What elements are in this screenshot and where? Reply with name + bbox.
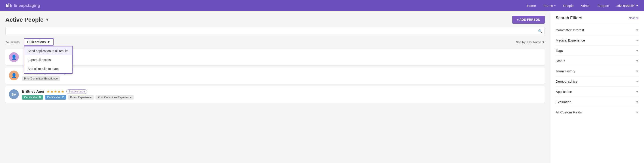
person-info: ★ ★ ★ ★ ★ 5 active teams Prior Committee… bbox=[22, 71, 541, 81]
tag-cert-b: Certification B bbox=[22, 95, 43, 100]
clear-all-link[interactable]: clear all bbox=[628, 16, 639, 20]
person-info: Brittney Auer ★ ★ ★ ★ ★ 1 active team Ce… bbox=[22, 89, 541, 100]
logo-icon bbox=[5, 2, 12, 9]
star-rating: ★ ★ ★ ★ ★ bbox=[47, 90, 64, 94]
filter-chevron-icon: ▼ bbox=[636, 28, 639, 32]
person-name-row: ★ ★ ★ ★ ★ 5 active teams bbox=[22, 71, 541, 75]
avatar-initial: BA bbox=[12, 92, 16, 96]
person-name: Brittney Auer bbox=[22, 90, 44, 94]
filter-chevron-icon: ▼ bbox=[636, 100, 639, 104]
results-count: 245 results bbox=[5, 40, 20, 44]
left-panel: Active People ▼ + ADD PERSON 🔍 245 resul… bbox=[0, 11, 550, 163]
nav-home[interactable]: Home bbox=[527, 4, 536, 7]
search-button[interactable]: 🔍 bbox=[538, 29, 542, 33]
filter-medical-experience[interactable]: Medical Experience ▼ bbox=[556, 35, 639, 45]
nav-people[interactable]: People bbox=[563, 4, 574, 7]
search-input[interactable] bbox=[5, 27, 545, 35]
bulk-actions-chevron-icon: ▼ bbox=[47, 40, 50, 44]
star-5: ★ bbox=[61, 90, 64, 94]
add-person-button[interactable]: + ADD PERSON bbox=[512, 16, 545, 24]
table-row: 👤 2 active teams bbox=[5, 49, 545, 65]
filter-all-custom-fields[interactable]: All Custom Fields ▼ bbox=[556, 107, 639, 117]
main-layout: Active People ▼ + ADD PERSON 🔍 245 resul… bbox=[0, 11, 644, 163]
table-row: BA Brittney Auer ★ ★ ★ ★ ★ 1 active team… bbox=[5, 86, 545, 103]
bulk-dropdown-item-export[interactable]: Export all results bbox=[24, 55, 72, 64]
sort-chevron-icon: ▼ bbox=[542, 40, 545, 44]
toolbar-left: 245 results Bulk actions ▼ Send applicat… bbox=[5, 38, 54, 45]
star-3: ★ bbox=[54, 90, 57, 94]
search-bar-wrapper: 🔍 bbox=[5, 27, 545, 35]
filter-status[interactable]: Status ▼ bbox=[556, 56, 639, 66]
star-4: ★ bbox=[58, 90, 60, 94]
avatar-initial: 👤 bbox=[11, 73, 17, 78]
nav-teams[interactable]: Teams ▼ bbox=[543, 4, 556, 7]
filter-chevron-icon: ▼ bbox=[636, 90, 639, 94]
filter-chevron-icon: ▼ bbox=[636, 49, 639, 52]
filters-header: Search Filters clear all bbox=[556, 16, 639, 20]
page-title: Active People bbox=[5, 16, 44, 23]
filter-committee-interest[interactable]: Committee Interest ▼ bbox=[556, 25, 639, 35]
person-tags: Prior Committee Experience bbox=[22, 76, 541, 81]
filter-chevron-icon: ▼ bbox=[636, 69, 639, 73]
filter-chevron-icon: ▼ bbox=[636, 39, 639, 42]
table-row: 👤 ★ ★ ★ ★ ★ 5 active teams Prior Committ… bbox=[5, 67, 545, 84]
filter-chevron-icon: ▼ bbox=[636, 111, 639, 114]
filter-demographics[interactable]: Demographics ▼ bbox=[556, 76, 639, 86]
right-panel: Search Filters clear all Committee Inter… bbox=[550, 11, 644, 163]
search-icon: 🔍 bbox=[538, 29, 542, 33]
person-tags: Certification B Certification C Board Ex… bbox=[22, 95, 541, 100]
bulk-dropdown-item-add-team[interactable]: Add all results to team bbox=[24, 64, 72, 73]
svg-rect-3 bbox=[10, 4, 11, 7]
star-1: ★ bbox=[47, 90, 50, 94]
filter-team-history[interactable]: Team History ▼ bbox=[556, 66, 639, 76]
svg-rect-0 bbox=[6, 4, 7, 7]
filter-evaluation[interactable]: Evaluation ▼ bbox=[556, 97, 639, 107]
teams-chevron-icon: ▼ bbox=[554, 4, 556, 7]
bulk-dropdown-item-send[interactable]: Send application to all results bbox=[24, 46, 72, 55]
avatar: 👤 bbox=[9, 52, 19, 62]
logo[interactable]: lineupstaging bbox=[5, 2, 40, 9]
tag-board-exp: Board Experience bbox=[68, 95, 94, 100]
bulk-actions-button[interactable]: Bulk actions ▼ bbox=[24, 38, 54, 45]
tag-prior-committee: Prior Committee Experience bbox=[22, 76, 60, 81]
sort-by[interactable]: Sort by: Last Name ▼ bbox=[516, 40, 545, 44]
bulk-actions-dropdown: Send application to all results Export a… bbox=[24, 46, 73, 74]
svg-rect-4 bbox=[11, 5, 12, 7]
nav-support[interactable]: Support bbox=[598, 4, 609, 7]
nav-admin[interactable]: Admin bbox=[581, 4, 590, 7]
filter-chevron-icon: ▼ bbox=[636, 80, 639, 83]
page-title-wrapper: Active People ▼ bbox=[5, 16, 49, 23]
filter-application[interactable]: Application ▼ bbox=[556, 86, 639, 97]
svg-rect-1 bbox=[7, 5, 8, 7]
toolbar-row: 245 results Bulk actions ▼ Send applicat… bbox=[5, 38, 545, 45]
user-menu[interactable]: ariel green04 ▼ bbox=[616, 4, 639, 7]
avatar: BA bbox=[9, 89, 19, 99]
filters-title: Search Filters bbox=[556, 16, 582, 20]
logo-text-lineup: lineup bbox=[14, 3, 26, 8]
avatar: 👤 bbox=[9, 71, 19, 80]
avatar-initial: 👤 bbox=[11, 54, 17, 60]
nav-links: Home Teams ▼ People Admin Support ariel … bbox=[527, 4, 639, 7]
page-header: Active People ▼ + ADD PERSON bbox=[5, 16, 545, 24]
filter-tags[interactable]: Tags ▼ bbox=[556, 45, 639, 56]
tag-cert-c: Certification C bbox=[45, 95, 66, 100]
bulk-actions-wrapper: Bulk actions ▼ Send application to all r… bbox=[24, 38, 54, 45]
logo-text-staging: staging bbox=[26, 3, 40, 8]
person-name-row: 2 active teams bbox=[22, 52, 541, 57]
user-chevron-icon: ▼ bbox=[636, 4, 639, 7]
person-name-row: Brittney Auer ★ ★ ★ ★ ★ 1 active team bbox=[22, 89, 541, 94]
person-info: 2 active teams bbox=[22, 52, 541, 58]
top-navigation: lineupstaging Home Teams ▼ People Admin … bbox=[0, 0, 644, 11]
team-badge[interactable]: 1 active team bbox=[66, 89, 87, 94]
page-title-chevron-icon[interactable]: ▼ bbox=[46, 17, 50, 22]
svg-rect-2 bbox=[8, 3, 10, 7]
filter-chevron-icon: ▼ bbox=[636, 59, 639, 63]
tag-prior-committee: Prior Committee Experience bbox=[96, 95, 134, 100]
star-2: ★ bbox=[50, 90, 54, 94]
